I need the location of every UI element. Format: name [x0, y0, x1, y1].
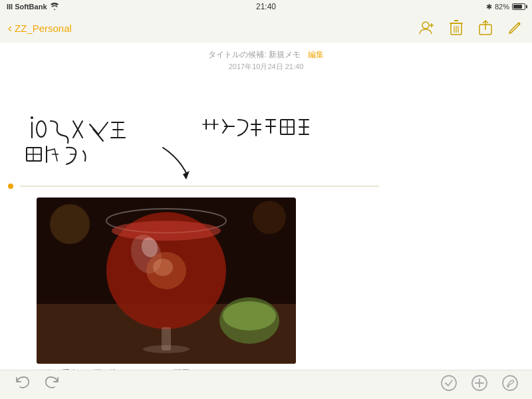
image-section: 画像や手書きに回り込んでテキストを配置できない [0, 191, 532, 383]
status-left: III SoftBank [7, 3, 59, 11]
svg-point-57 [503, 376, 517, 390]
svg-line-17 [93, 129, 103, 141]
svg-point-47 [253, 201, 286, 234]
person-add-icon[interactable] [418, 19, 436, 37]
svg-point-46 [50, 204, 90, 244]
status-time: 21:40 [256, 2, 276, 11]
note-date: 2017年10月24日 21:40 [0, 62, 532, 72]
brush-icon[interactable] [501, 374, 519, 396]
edit-link[interactable]: 編集 [308, 50, 324, 59]
svg-point-14 [37, 121, 46, 137]
battery-percentage: 82% [495, 3, 509, 11]
bluetooth-icon: ✱ [486, 3, 492, 11]
svg-point-45 [223, 301, 276, 331]
bottom-toolbar [0, 370, 532, 399]
svg-point-37 [112, 221, 221, 241]
nav-actions [418, 19, 524, 37]
back-label: ZZ_Personal [15, 23, 72, 34]
trash-icon[interactable] [447, 19, 466, 37]
undo-icon[interactable] [13, 374, 31, 396]
orange-dot [8, 184, 13, 189]
plus-circle-icon[interactable] [471, 374, 488, 396]
svg-point-53 [442, 376, 456, 390]
svg-line-15 [73, 121, 82, 138]
wifi-icon [50, 3, 59, 11]
svg-marker-31 [183, 171, 190, 180]
status-bar: III SoftBank 21:40 ✱ 82% [0, 0, 532, 13]
note-area: タイトルの候補: 新規メモ 編集 2017年10月24日 21:40 [0, 43, 532, 399]
svg-point-58 [507, 385, 509, 387]
svg-point-41 [153, 259, 173, 276]
check-circle-icon[interactable] [440, 374, 458, 396]
note-title-line: タイトルの候補: 新規メモ 編集 [0, 48, 532, 61]
handwriting-svg-top [0, 74, 532, 191]
battery-icon [512, 3, 525, 10]
svg-point-43 [143, 345, 190, 353]
nav-bar: ‹ ZZ_Personal [0, 13, 532, 43]
redo-icon[interactable] [44, 374, 61, 396]
back-button[interactable]: ‹ ZZ_Personal [8, 21, 72, 35]
svg-point-13 [31, 116, 33, 119]
toolbar-right [440, 374, 519, 396]
handwriting-area [0, 74, 532, 191]
wine-glass-image [37, 198, 296, 364]
carrier-text: III SoftBank [7, 3, 47, 11]
note-header: タイトルの候補: 新規メモ 編集 2017年10月24日 21:40 [0, 43, 532, 74]
svg-rect-22 [27, 148, 41, 161]
edit-icon[interactable] [505, 19, 524, 37]
status-right: ✱ 82% [486, 3, 525, 11]
share-icon[interactable] [476, 19, 495, 37]
svg-line-16 [73, 121, 82, 138]
svg-point-0 [422, 22, 429, 29]
toolbar-left [13, 374, 61, 396]
chevron-left-icon: ‹ [8, 21, 12, 35]
svg-rect-28 [281, 120, 294, 134]
